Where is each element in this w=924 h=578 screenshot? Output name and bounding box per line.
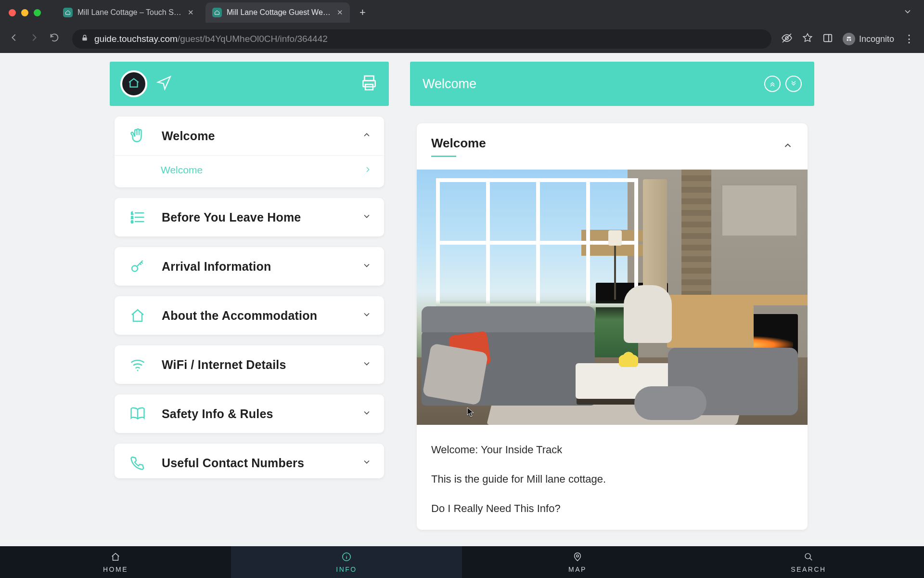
house-icon — [110, 552, 121, 564]
bottom-nav-home[interactable]: HOME — [0, 546, 231, 578]
svg-rect-0 — [82, 38, 87, 41]
tab-close-icon[interactable]: ✕ — [337, 8, 343, 17]
sidebar-item-label: About the Accommodation — [162, 309, 348, 323]
bottom-nav-label: SEARCH — [791, 565, 826, 573]
new-tab-button[interactable]: + — [359, 6, 366, 19]
chevron-down-icon — [362, 359, 372, 371]
content-paragraph: This is the guide for Mill lane cottage. — [431, 471, 793, 487]
window-controls — [9, 9, 41, 16]
sidebar-item-label: Arrival Information — [162, 260, 348, 274]
svg-text:2: 2 — [131, 215, 133, 220]
incognito-indicator[interactable]: Incognito — [843, 33, 894, 45]
svg-point-20 — [346, 554, 346, 555]
phone-icon — [127, 454, 148, 472]
mouse-cursor-icon — [467, 407, 475, 418]
browser-tab[interactable]: Mill Lane Cottage – Touch Stay ✕ — [56, 2, 201, 23]
window-zoom-button[interactable] — [34, 9, 41, 16]
svg-point-17 — [137, 370, 139, 371]
eye-off-icon[interactable] — [781, 32, 793, 46]
bottom-nav-label: MAP — [568, 565, 587, 573]
section-title: Welcome — [431, 136, 486, 157]
content-paragraph: Welcome: Your Inside Track — [431, 441, 793, 458]
incognito-icon — [843, 33, 855, 45]
tab-strip: Mill Lane Cottage – Touch Stay ✕ Mill La… — [0, 0, 924, 25]
house-icon — [128, 77, 140, 91]
browser-menu-button[interactable]: ⋮ — [904, 33, 915, 45]
bottom-nav-label: INFO — [336, 565, 357, 573]
nav-forward-button[interactable] — [29, 32, 39, 46]
key-icon — [127, 258, 148, 275]
browser-tab-active[interactable]: Mill Lane Cottage Guest Welco ✕ — [205, 2, 350, 23]
sidebar-list: Welcome Welcome 123 — [110, 106, 389, 478]
svg-text:1: 1 — [131, 211, 133, 215]
content-paragraph: Do I Really Need This Info? — [431, 500, 793, 517]
hero-image — [417, 170, 808, 425]
expand-collapse-controls — [764, 76, 802, 92]
sidebar-item-arrival[interactable]: Arrival Information — [115, 247, 384, 286]
content-body: Welcome: Your Inside Track This is the g… — [417, 425, 808, 517]
bookmark-star-icon[interactable] — [802, 33, 813, 45]
expand-all-button[interactable] — [785, 76, 802, 92]
nav-reload-button[interactable] — [49, 32, 60, 46]
tab-close-icon[interactable]: ✕ — [188, 8, 194, 17]
tabs-overflow-icon[interactable] — [903, 7, 912, 18]
url-domain: guide.touchstay.com/guest/b4YqUMheOl0CH/… — [94, 34, 328, 44]
sidebar-item-header[interactable]: Welcome — [115, 117, 384, 155]
sidebar-subitem-welcome[interactable]: Welcome — [115, 155, 384, 187]
house-icon — [127, 307, 148, 324]
svg-point-5 — [847, 39, 848, 41]
window-close-button[interactable] — [9, 9, 16, 16]
print-icon[interactable] — [360, 74, 378, 94]
browser-chrome: Mill Lane Cottage – Touch Stay ✕ Mill La… — [0, 0, 924, 53]
address-bar[interactable]: guide.touchstay.com/guest/b4YqUMheOl0CH/… — [72, 29, 771, 49]
chevron-down-icon — [362, 457, 372, 469]
chevron-down-icon — [362, 408, 372, 420]
chevron-up-icon — [362, 130, 372, 142]
tab-favicon-icon — [63, 8, 73, 17]
svg-rect-3 — [824, 35, 832, 42]
share-icon[interactable] — [156, 75, 172, 93]
bottom-nav-label: HOME — [103, 565, 128, 573]
sidebar-item-welcome: Welcome Welcome — [115, 117, 384, 187]
hand-icon — [127, 127, 148, 144]
tab-title: Mill Lane Cottage Guest Welco — [227, 8, 332, 17]
chevron-right-icon — [364, 164, 372, 176]
svg-text:3: 3 — [131, 220, 133, 224]
sidebar-item-contacts[interactable]: Useful Contact Numbers — [115, 444, 384, 478]
sidebar-item-about[interactable]: About the Accommodation — [115, 296, 384, 335]
content-section-header[interactable]: Welcome — [417, 123, 808, 167]
bottom-nav-search[interactable]: SEARCH — [693, 546, 924, 578]
svg-point-6 — [849, 39, 851, 41]
tab-title: Mill Lane Cottage – Touch Stay — [77, 8, 183, 17]
bottom-nav-info[interactable]: INFO — [231, 546, 462, 578]
collapse-all-button[interactable] — [764, 76, 781, 92]
svg-rect-7 — [365, 76, 374, 81]
toolbar-right: Incognito ⋮ — [781, 32, 915, 46]
sidebar-item-wifi[interactable]: WiFi / Internet Details — [115, 345, 384, 384]
app-logo[interactable] — [120, 70, 147, 97]
page-body: Welcome Welcome 123 — [0, 53, 924, 546]
sidebar-item-safety[interactable]: Safety Info & Rules — [115, 394, 384, 433]
bottom-nav-map[interactable]: MAP — [462, 546, 693, 578]
sidebar-column: Welcome Welcome 123 — [110, 62, 389, 546]
content-card: Welcome — [417, 123, 808, 530]
pin-icon — [572, 552, 583, 564]
address-bar-row: guide.touchstay.com/guest/b4YqUMheOl0CH/… — [0, 25, 924, 53]
sidebar-item-label: Useful Contact Numbers — [162, 456, 348, 470]
sidebar-item-before-you-leave[interactable]: 123 Before You Leave Home — [115, 198, 384, 236]
sidebar-header — [110, 62, 389, 106]
chevron-down-icon — [362, 261, 372, 273]
chevron-down-icon — [362, 211, 372, 223]
wifi-icon — [127, 356, 148, 373]
book-icon — [127, 405, 148, 422]
chevron-up-icon — [783, 140, 793, 153]
side-panel-icon[interactable] — [822, 33, 833, 45]
bottom-nav: HOME INFO MAP SEARCH — [0, 546, 924, 578]
nav-back-button[interactable] — [9, 32, 19, 46]
sidebar-item-label: Welcome — [162, 129, 348, 143]
search-icon — [803, 552, 814, 564]
lock-icon — [81, 34, 89, 44]
chevron-down-icon — [362, 310, 372, 322]
window-minimize-button[interactable] — [21, 9, 28, 16]
sidebar-subitem-label: Welcome — [161, 164, 203, 176]
